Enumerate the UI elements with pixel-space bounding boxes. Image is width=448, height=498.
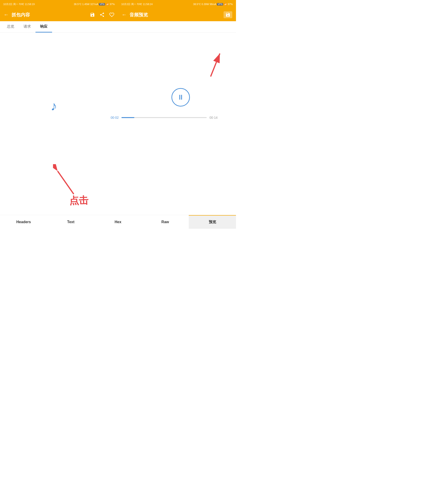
status-battery-left: 97% bbox=[110, 3, 115, 5]
total-time: 00·14 bbox=[209, 116, 218, 119]
dual-status-bar: 10月2日 周一 午时 11:58:19 38.5°C 1.45W 327mA … bbox=[0, 0, 236, 8]
status-icons-right: 38.5°C 0.39W 98mA VPN 📶 97% bbox=[193, 3, 233, 6]
svg-line-3 bbox=[58, 171, 74, 194]
status-vpn-right: VPN bbox=[217, 3, 223, 5]
favorite-button[interactable] bbox=[109, 12, 114, 17]
bottom-tab-raw[interactable]: Raw bbox=[142, 215, 189, 229]
save-button-left[interactable] bbox=[90, 12, 95, 17]
status-signal-right: 📶 bbox=[224, 3, 227, 6]
pause-button[interactable]: ⏸ bbox=[172, 88, 190, 106]
toolbar-title-left: 抓包内容 bbox=[12, 12, 30, 18]
current-time: 00·02 bbox=[111, 116, 119, 119]
music-note-icon[interactable]: ♪ bbox=[51, 100, 57, 113]
toolbar-icons-left bbox=[90, 12, 114, 17]
tabs-bar: 总览 请求 响应 bbox=[0, 21, 236, 33]
status-icons-left: 38.5°C 1.45W 327mA VPN 📶 97% bbox=[74, 3, 115, 6]
svg-line-1 bbox=[211, 53, 220, 77]
status-power-left: 1.45W 327mA bbox=[82, 3, 98, 5]
dual-toolbar: ← 抓包内容 ← 音频预览 bbox=[0, 8, 236, 21]
bottom-tabs-bar: Headers Text Hex Raw 预览 bbox=[0, 215, 236, 229]
bottom-tab-hex[interactable]: Hex bbox=[95, 215, 142, 229]
status-power-right: 0.39W 98mA bbox=[202, 3, 216, 5]
tab-response[interactable]: 响应 bbox=[35, 21, 52, 33]
status-signal-left: 📶 bbox=[106, 3, 109, 6]
share-button[interactable] bbox=[99, 12, 105, 17]
back-button-left[interactable]: ← bbox=[4, 12, 9, 18]
progress-track[interactable] bbox=[121, 117, 207, 118]
status-time-right: 10月2日 周一 午时 11:58:24 bbox=[121, 2, 153, 6]
arrow-bottom-annotation bbox=[53, 164, 81, 197]
status-bar-left: 10月2日 周一 午时 11:58:19 38.5°C 1.45W 327mA … bbox=[0, 0, 118, 8]
toolbar-audio-preview: ← 音频预览 bbox=[118, 8, 236, 21]
status-bar-right: 10月2日 周一 午时 11:58:24 38.5°C 0.39W 98mA V… bbox=[118, 0, 236, 8]
main-content: ♪ ⏸ 00·02 00·14 点击 Headers Text bbox=[0, 33, 236, 229]
status-battery-right: 97% bbox=[228, 3, 233, 5]
tab-overview[interactable]: 总览 bbox=[2, 21, 19, 33]
toolbar-capture: ← 抓包内容 bbox=[0, 8, 118, 21]
toolbar-title-right: 音频预览 bbox=[129, 12, 148, 18]
bottom-tab-text[interactable]: Text bbox=[47, 215, 95, 229]
bottom-tab-preview[interactable]: 预览 bbox=[189, 215, 236, 229]
status-temp-left: 38.5°C bbox=[74, 3, 81, 5]
save-button-right[interactable] bbox=[224, 11, 232, 18]
bottom-tab-headers[interactable]: Headers bbox=[0, 215, 47, 229]
arrow-top-annotation bbox=[204, 51, 222, 79]
back-button-right[interactable]: ← bbox=[122, 12, 127, 18]
click-annotation-text: 点击 bbox=[69, 194, 89, 207]
status-time-left: 10月2日 周一 午时 11:58:19 bbox=[3, 2, 34, 6]
audio-progress-bar[interactable]: 00·02 00·14 bbox=[111, 116, 218, 119]
progress-fill bbox=[121, 117, 134, 118]
tab-request[interactable]: 请求 bbox=[19, 21, 35, 33]
status-vpn-left: VPN bbox=[99, 3, 105, 5]
status-temp-right: 38.5°C bbox=[193, 3, 201, 5]
